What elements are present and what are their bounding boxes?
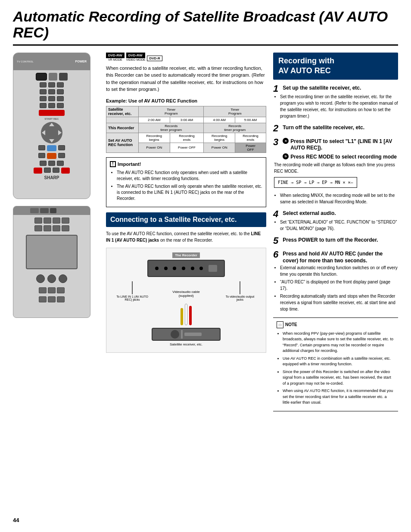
step-4-number: 4 xyxy=(273,209,278,219)
dvd-badges: DVD-RW VR MODE DVD-RW VIDEO MODE DVD-R xyxy=(106,53,266,61)
port-jack-3 xyxy=(173,267,176,270)
remote-nav-circle xyxy=(41,122,62,143)
remote-play-btn xyxy=(47,145,56,151)
remote2-btn1 xyxy=(34,218,42,224)
step-3-titles: a Press INPUT to select "L1" (LINE IN 1 … xyxy=(283,137,398,162)
remote-numpad xyxy=(16,82,87,108)
rec-begins2: Recordingbegins xyxy=(204,133,235,143)
remote-open-close xyxy=(49,73,57,81)
nav-down-arrow xyxy=(49,139,54,143)
recmode-bold: REC MODE xyxy=(306,154,334,160)
step-3-header: 3 a Press INPUT to select "L1" (LINE IN … xyxy=(273,137,398,162)
note-item-1: When recording PPV (pay-per-view) progra… xyxy=(283,331,395,354)
line-in-section: To LINE IN 1 (AV AUTO REC) jacks xyxy=(115,281,149,301)
times-blank xyxy=(106,117,139,123)
remote2-btn4 xyxy=(62,218,69,224)
port-jack-6 xyxy=(199,267,203,270)
step-3-extra: When selecting MNXX, the recording mode … xyxy=(280,192,398,205)
step-5-title: Press POWER to turn off the Recorder. xyxy=(283,236,378,244)
remote-input xyxy=(59,73,68,81)
step-3b: b Press REC MODE to select recording mod… xyxy=(283,153,398,161)
page-title: Automatic Recording of Satellite Broadca… xyxy=(13,9,398,46)
remote-control-image: TV CONTROL POWER xyxy=(13,53,90,199)
important-list: The AV AUTO REC function only operates w… xyxy=(110,170,262,202)
power-bold: POWER xyxy=(298,237,318,243)
cable-red xyxy=(189,306,192,325)
step-3-title-b: Press REC MODE to select recording mode xyxy=(290,153,397,161)
step-5-header: 5 Press POWER to turn off the Recorder. xyxy=(273,236,398,246)
right-column: Recording with AV AUTO REC 1 Set up the … xyxy=(273,53,398,411)
satellite-box xyxy=(152,328,221,341)
step-6: 6 Press and hold AV AUTO REC (under the … xyxy=(273,250,398,312)
satellite-timer2: TimerProgram xyxy=(204,106,266,117)
time-300: 3:00 AM xyxy=(170,117,204,123)
table-row-av-rec: Set AV AUTOREC function Recordingbegins … xyxy=(106,133,266,143)
connecting-header: Connecting to a Satellite Receiver, etc. xyxy=(106,212,266,227)
remote2-row4 xyxy=(16,296,87,302)
remote-top-btns xyxy=(16,73,87,81)
left-column: TV CONTROL POWER xyxy=(13,53,99,411)
remote-skip-btn xyxy=(58,153,65,158)
remote-bottom-row xyxy=(16,161,87,166)
step-6-header: 6 Press and hold AV AUTO REC (under the … xyxy=(273,250,398,264)
step-1: 1 Set up the satellite receiver, etc. Se… xyxy=(273,84,398,119)
dvd-badge-videomode-label: DVD-RW xyxy=(126,53,146,58)
dvd-badge-vrmode-label: DVD-RW xyxy=(106,53,125,58)
dvd-badge-videomode: DVD-RW VIDEO MODE xyxy=(126,53,146,61)
note-list: When recording PPV (pay-per-view) progra… xyxy=(277,331,395,406)
line-in-label: To LINE IN 1 (AV AUTO REC) jacks xyxy=(115,295,149,301)
step-5: 5 Press POWER to turn off the Recorder. xyxy=(273,236,398,246)
recorder-rec2: Recordstimer program xyxy=(204,123,266,133)
page-number: 44 xyxy=(13,517,19,523)
note-icon: □ xyxy=(277,321,283,328)
table-row-satellite: Satellitereceiver, etc. TimerProgram Tim… xyxy=(106,106,266,117)
recording-header: Recording with AV AUTO REC xyxy=(273,53,398,80)
remote2-row2 xyxy=(16,225,87,231)
remote2-row3 xyxy=(16,287,87,293)
step-3-circle-a: a xyxy=(283,138,289,144)
remote-search-btn xyxy=(57,161,64,166)
note-box: □ NOTE When recording PPV (pay-per-view)… xyxy=(273,317,398,411)
page-wrapper: Automatic Recording of Satellite Broadca… xyxy=(0,0,411,420)
remote-stop-btn xyxy=(47,153,56,159)
recorder-top-label: The Recorder xyxy=(172,252,200,258)
remote2-label3 xyxy=(40,208,49,213)
output-label: To video/audio output jacks xyxy=(223,295,257,301)
remote-num8 xyxy=(48,96,55,101)
nav-left-arrow xyxy=(42,130,45,135)
remote2-btn2 xyxy=(44,218,51,224)
remote-rec-btn xyxy=(34,168,42,174)
step-6-number: 6 xyxy=(273,250,278,259)
remote2-screen xyxy=(26,235,78,269)
important-item-1: The AV AUTO REC function only operates w… xyxy=(117,170,262,182)
remote2-circle1 xyxy=(36,274,45,283)
important-box: ! Important! The AV AUTO REC function on… xyxy=(106,157,266,207)
step-2-number: 2 xyxy=(273,124,278,133)
cable-label: Video/audio cable (supplied) xyxy=(169,290,203,298)
step-2-header: 2 Turn off the satellite receiver, etc. xyxy=(273,124,398,133)
remote-stop-row xyxy=(16,153,87,159)
rec-ends1: Recordingends xyxy=(170,133,204,143)
port-extra xyxy=(209,265,217,272)
remote2-row1 xyxy=(16,218,87,224)
remote2-btn9 xyxy=(39,287,47,293)
remote-rev-btn xyxy=(38,145,45,150)
remote2-label2 xyxy=(30,208,39,213)
time-400: 4:00 AM xyxy=(204,117,235,123)
remote-num9 xyxy=(57,96,64,101)
main-layout: TV CONTROL POWER xyxy=(13,53,398,411)
note-item-4: When using AV AUTO REC function, it is r… xyxy=(283,388,395,406)
power-on1: Power ON xyxy=(139,143,170,152)
step-3-circle-b: b xyxy=(283,153,289,159)
remote2-label4 xyxy=(50,208,56,213)
remote2-label xyxy=(16,208,29,213)
step-3a: a Press INPUT to select "L1" (LINE IN 1 … xyxy=(283,137,398,152)
note-item-2: Use AV AUTO REC in combination with a sa… xyxy=(283,356,395,367)
remote-frame-btn xyxy=(44,168,51,173)
step-3-number: 3 xyxy=(273,137,278,147)
remote2-btn13 xyxy=(48,296,56,302)
step-6-bullet-3: Recording automatically starts and stops… xyxy=(280,293,398,312)
dvd-badge-vrmode: DVD-RW VR MODE xyxy=(106,53,125,61)
remote-play-row xyxy=(16,145,87,151)
remote-num5 xyxy=(48,89,55,94)
